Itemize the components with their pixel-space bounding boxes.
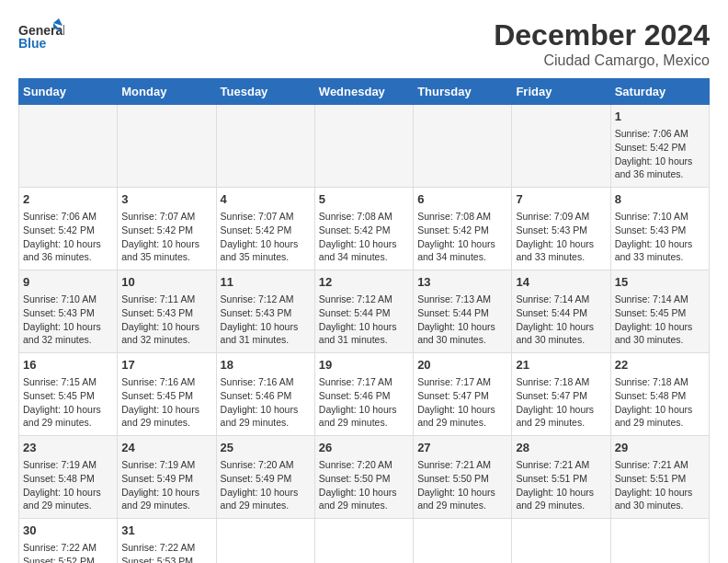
day-number: 30 bbox=[23, 523, 113, 539]
calendar-cell bbox=[216, 105, 314, 188]
day-info: Sunrise: 7:14 AM Sunset: 5:44 PM Dayligh… bbox=[516, 293, 606, 347]
header-tuesday: Tuesday bbox=[216, 79, 314, 105]
day-info: Sunrise: 7:17 AM Sunset: 5:46 PM Dayligh… bbox=[319, 375, 409, 430]
calendar-cell: 8Sunrise: 7:10 AM Sunset: 5:43 PM Daylig… bbox=[610, 188, 709, 270]
day-info: Sunrise: 7:08 AM Sunset: 5:42 PM Dayligh… bbox=[417, 210, 507, 264]
day-number: 19 bbox=[319, 357, 409, 373]
day-info: Sunrise: 7:07 AM Sunset: 5:42 PM Dayligh… bbox=[221, 210, 311, 264]
calendar-cell: 26Sunrise: 7:20 AM Sunset: 5:50 PM Dayli… bbox=[314, 436, 413, 519]
calendar-cell: 3Sunrise: 7:07 AM Sunset: 5:42 PM Daylig… bbox=[118, 188, 216, 270]
day-info: Sunrise: 7:19 AM Sunset: 5:49 PM Dayligh… bbox=[121, 458, 211, 512]
day-number: 18 bbox=[221, 357, 311, 373]
calendar-cell bbox=[414, 105, 512, 188]
day-info: Sunrise: 7:16 AM Sunset: 5:45 PM Dayligh… bbox=[121, 375, 211, 430]
calendar-cell bbox=[118, 105, 216, 188]
day-info: Sunrise: 7:20 AM Sunset: 5:49 PM Dayligh… bbox=[221, 458, 311, 512]
calendar-row: 30Sunrise: 7:22 AM Sunset: 5:52 PM Dayli… bbox=[19, 519, 710, 564]
day-number: 22 bbox=[615, 357, 705, 373]
day-info: Sunrise: 7:21 AM Sunset: 5:51 PM Dayligh… bbox=[615, 458, 705, 512]
calendar-cell: 29Sunrise: 7:21 AM Sunset: 5:51 PM Dayli… bbox=[610, 436, 709, 519]
calendar-cell bbox=[512, 519, 610, 564]
calendar-cell: 11Sunrise: 7:12 AM Sunset: 5:43 PM Dayli… bbox=[216, 270, 314, 353]
day-info: Sunrise: 7:07 AM Sunset: 5:42 PM Dayligh… bbox=[121, 210, 211, 264]
day-info: Sunrise: 7:11 AM Sunset: 5:43 PM Dayligh… bbox=[121, 293, 211, 347]
header-saturday: Saturday bbox=[610, 79, 709, 105]
header-thursday: Thursday bbox=[414, 79, 512, 105]
day-number: 27 bbox=[417, 440, 507, 456]
day-number: 25 bbox=[221, 440, 311, 456]
day-number: 9 bbox=[23, 274, 113, 291]
title-block: December 2024 Ciudad Camargo, Mexico bbox=[494, 18, 710, 69]
day-info: Sunrise: 7:10 AM Sunset: 5:43 PM Dayligh… bbox=[23, 293, 113, 347]
calendar-cell: 10Sunrise: 7:11 AM Sunset: 5:43 PM Dayli… bbox=[118, 270, 216, 353]
calendar-cell: 31Sunrise: 7:22 AM Sunset: 5:53 PM Dayli… bbox=[118, 519, 216, 564]
calendar-cell: 18Sunrise: 7:16 AM Sunset: 5:46 PM Dayli… bbox=[216, 353, 314, 436]
day-info: Sunrise: 7:18 AM Sunset: 5:47 PM Dayligh… bbox=[516, 375, 606, 430]
svg-text:Blue: Blue bbox=[18, 36, 47, 51]
header-monday: Monday bbox=[118, 79, 216, 105]
day-number: 12 bbox=[319, 274, 409, 291]
header-sunday: Sunday bbox=[19, 79, 118, 105]
logo: General Blue bbox=[18, 18, 64, 63]
calendar-cell: 16Sunrise: 7:15 AM Sunset: 5:45 PM Dayli… bbox=[19, 353, 118, 436]
day-number: 23 bbox=[23, 440, 113, 456]
calendar-cell: 12Sunrise: 7:12 AM Sunset: 5:44 PM Dayli… bbox=[314, 270, 413, 353]
day-info: Sunrise: 7:22 AM Sunset: 5:52 PM Dayligh… bbox=[23, 541, 113, 563]
day-number: 24 bbox=[121, 440, 211, 456]
calendar-cell: 5Sunrise: 7:08 AM Sunset: 5:42 PM Daylig… bbox=[314, 188, 413, 270]
calendar-cell: 2Sunrise: 7:06 AM Sunset: 5:42 PM Daylig… bbox=[19, 188, 118, 270]
day-number: 15 bbox=[615, 274, 705, 291]
day-info: Sunrise: 7:06 AM Sunset: 5:42 PM Dayligh… bbox=[615, 127, 705, 181]
day-number: 4 bbox=[221, 191, 311, 208]
day-number: 1 bbox=[615, 109, 705, 125]
calendar-cell: 23Sunrise: 7:19 AM Sunset: 5:48 PM Dayli… bbox=[19, 436, 118, 519]
day-info: Sunrise: 7:12 AM Sunset: 5:43 PM Dayligh… bbox=[221, 293, 311, 347]
calendar-cell: 21Sunrise: 7:18 AM Sunset: 5:47 PM Dayli… bbox=[512, 353, 610, 436]
calendar-row: 9Sunrise: 7:10 AM Sunset: 5:43 PM Daylig… bbox=[19, 270, 710, 353]
calendar-cell: 9Sunrise: 7:10 AM Sunset: 5:43 PM Daylig… bbox=[19, 270, 118, 353]
calendar-cell: 24Sunrise: 7:19 AM Sunset: 5:49 PM Dayli… bbox=[118, 436, 216, 519]
day-number: 21 bbox=[516, 357, 606, 373]
day-info: Sunrise: 7:20 AM Sunset: 5:50 PM Dayligh… bbox=[319, 458, 409, 512]
day-info: Sunrise: 7:13 AM Sunset: 5:44 PM Dayligh… bbox=[417, 293, 507, 347]
day-info: Sunrise: 7:14 AM Sunset: 5:45 PM Dayligh… bbox=[615, 293, 705, 347]
page-header: General Blue December 2024 Ciudad Camarg… bbox=[18, 18, 710, 69]
day-info: Sunrise: 7:21 AM Sunset: 5:50 PM Dayligh… bbox=[417, 458, 507, 512]
logo-graphic: General Blue bbox=[18, 18, 64, 63]
calendar-cell: 25Sunrise: 7:20 AM Sunset: 5:49 PM Dayli… bbox=[216, 436, 314, 519]
day-info: Sunrise: 7:10 AM Sunset: 5:43 PM Dayligh… bbox=[615, 210, 705, 264]
calendar-cell: 22Sunrise: 7:18 AM Sunset: 5:48 PM Dayli… bbox=[610, 353, 709, 436]
day-info: Sunrise: 7:09 AM Sunset: 5:43 PM Dayligh… bbox=[516, 210, 606, 264]
day-info: Sunrise: 7:22 AM Sunset: 5:53 PM Dayligh… bbox=[121, 541, 211, 563]
calendar-row: 1Sunrise: 7:06 AM Sunset: 5:42 PM Daylig… bbox=[19, 105, 710, 188]
day-info: Sunrise: 7:19 AM Sunset: 5:48 PM Dayligh… bbox=[23, 458, 113, 512]
day-info: Sunrise: 7:06 AM Sunset: 5:42 PM Dayligh… bbox=[23, 210, 113, 264]
day-number: 29 bbox=[615, 440, 705, 456]
calendar-cell: 30Sunrise: 7:22 AM Sunset: 5:52 PM Dayli… bbox=[19, 519, 118, 564]
calendar-cell: 15Sunrise: 7:14 AM Sunset: 5:45 PM Dayli… bbox=[610, 270, 709, 353]
day-number: 28 bbox=[516, 440, 606, 456]
calendar-cell: 28Sunrise: 7:21 AM Sunset: 5:51 PM Dayli… bbox=[512, 436, 610, 519]
calendar-row: 16Sunrise: 7:15 AM Sunset: 5:45 PM Dayli… bbox=[19, 353, 710, 436]
calendar-cell bbox=[314, 519, 413, 564]
day-number: 10 bbox=[121, 274, 211, 291]
day-number: 2 bbox=[23, 191, 113, 208]
calendar-cell: 14Sunrise: 7:14 AM Sunset: 5:44 PM Dayli… bbox=[512, 270, 610, 353]
calendar-cell: 20Sunrise: 7:17 AM Sunset: 5:47 PM Dayli… bbox=[414, 353, 512, 436]
day-number: 20 bbox=[417, 357, 507, 373]
subtitle: Ciudad Camargo, Mexico bbox=[494, 52, 710, 69]
day-number: 26 bbox=[319, 440, 409, 456]
calendar-table: Sunday Monday Tuesday Wednesday Thursday… bbox=[18, 78, 710, 563]
calendar-cell: 17Sunrise: 7:16 AM Sunset: 5:45 PM Dayli… bbox=[118, 353, 216, 436]
day-number: 3 bbox=[121, 191, 211, 208]
calendar-cell bbox=[314, 105, 413, 188]
calendar-cell bbox=[610, 519, 709, 564]
calendar-cell: 13Sunrise: 7:13 AM Sunset: 5:44 PM Dayli… bbox=[414, 270, 512, 353]
calendar-cell: 4Sunrise: 7:07 AM Sunset: 5:42 PM Daylig… bbox=[216, 188, 314, 270]
calendar-row: 2Sunrise: 7:06 AM Sunset: 5:42 PM Daylig… bbox=[19, 188, 710, 270]
day-info: Sunrise: 7:17 AM Sunset: 5:47 PM Dayligh… bbox=[417, 375, 507, 430]
calendar-cell: 1Sunrise: 7:06 AM Sunset: 5:42 PM Daylig… bbox=[610, 105, 709, 188]
day-info: Sunrise: 7:18 AM Sunset: 5:48 PM Dayligh… bbox=[615, 375, 705, 430]
header-friday: Friday bbox=[512, 79, 610, 105]
day-info: Sunrise: 7:12 AM Sunset: 5:44 PM Dayligh… bbox=[319, 293, 409, 347]
